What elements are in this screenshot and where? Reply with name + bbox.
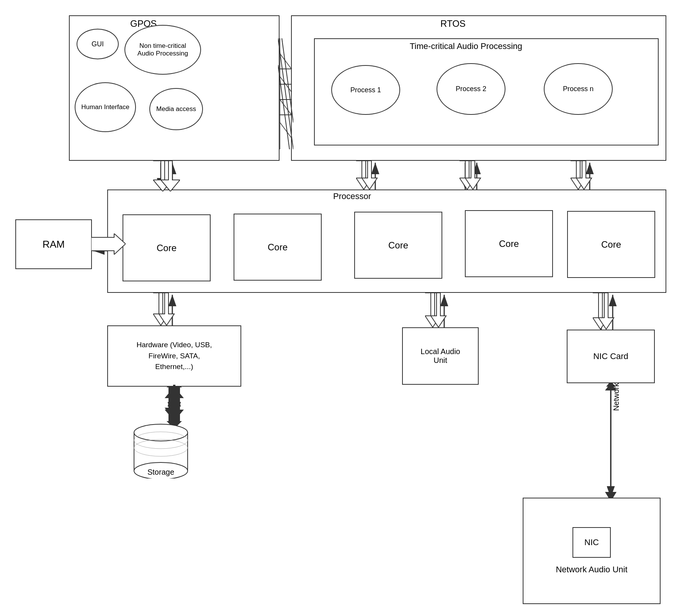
core4-label: Core: [499, 238, 519, 249]
core1-box: Core: [123, 214, 211, 281]
core5-box: Core: [567, 211, 655, 278]
nic-inner-label: NIC: [584, 537, 599, 547]
hw-storage-arrow2: [167, 385, 182, 423]
core2-box: Core: [234, 214, 322, 281]
network-label: Network: [612, 383, 631, 411]
human-interface-oval: Human Interface: [75, 82, 136, 132]
procn-arrow: [571, 161, 594, 191]
core3-la-arrow: [425, 293, 448, 329]
core1-label: Core: [157, 243, 177, 253]
core1-hw-arrow: [153, 293, 176, 327]
core3-label: Core: [388, 240, 408, 251]
svg-marker-39: [91, 234, 126, 255]
nic-network-box: NIC Network Audio Unit: [523, 498, 661, 604]
process1-label: Process 1: [350, 86, 381, 94]
non-time-critical-oval: Non time-criticalAudio Processing: [124, 25, 201, 75]
ram-box: RAM: [15, 219, 92, 269]
process2-label: Process 2: [456, 85, 486, 93]
core2-label: Core: [268, 242, 288, 253]
processor-label: Processor: [333, 191, 371, 201]
media-access-oval: Media access: [149, 88, 203, 130]
proc2-arrow: [460, 161, 482, 191]
processn-oval: Process n: [544, 63, 613, 115]
storage-cylinder: Storage: [126, 421, 195, 479]
nic-inner-box: NIC: [572, 527, 611, 558]
rtos-label: RTOS: [440, 18, 466, 29]
svg-line-37: [280, 100, 291, 115]
nic-network-label: Network Audio Unit: [556, 565, 627, 575]
core4-box: Core: [465, 210, 553, 277]
time-critical-label: Time-critical Audio Processing: [410, 41, 522, 51]
human-interface-label: Human Interface: [81, 103, 129, 111]
architecture-diagram: GPOS GUI Non time-criticalAudio Processi…: [0, 0, 700, 606]
gui-oval: GUI: [77, 29, 119, 59]
process2-oval: Process 2: [437, 63, 505, 115]
gui-label: GUI: [92, 40, 104, 48]
svg-marker-65: [168, 385, 180, 394]
proc1-arrow: [356, 161, 379, 191]
svg-point-55: [134, 424, 188, 441]
local-audio-label: Local Audio Unit: [420, 347, 460, 365]
svg-line-30: [278, 38, 293, 149]
core5-label: Core: [601, 239, 621, 250]
ram-label: RAM: [43, 238, 65, 250]
nic-card-label: NIC Card: [593, 351, 628, 361]
svg-marker-64: [168, 413, 180, 423]
gpos-proc-arrow: [153, 161, 180, 191]
core5-nic-arrow: [593, 293, 616, 331]
media-access-label: Media access: [156, 105, 196, 113]
processn-label: Process n: [563, 85, 594, 93]
core3-box: Core: [354, 212, 442, 279]
storage-label: Storage: [126, 468, 195, 477]
hardware-label: Hardware (Video, USB, FireWire, SATA, Et…: [136, 340, 212, 372]
hardware-box: Hardware (Video, USB, FireWire, SATA, Et…: [107, 325, 241, 387]
nic-card-box: NIC Card: [567, 330, 655, 383]
process1-oval: Process 1: [331, 65, 400, 115]
ram-arrow-svg: [91, 234, 126, 255]
non-time-critical-label: Non time-criticalAudio Processing: [134, 38, 192, 61]
local-audio-box: Local Audio Unit: [402, 327, 479, 385]
